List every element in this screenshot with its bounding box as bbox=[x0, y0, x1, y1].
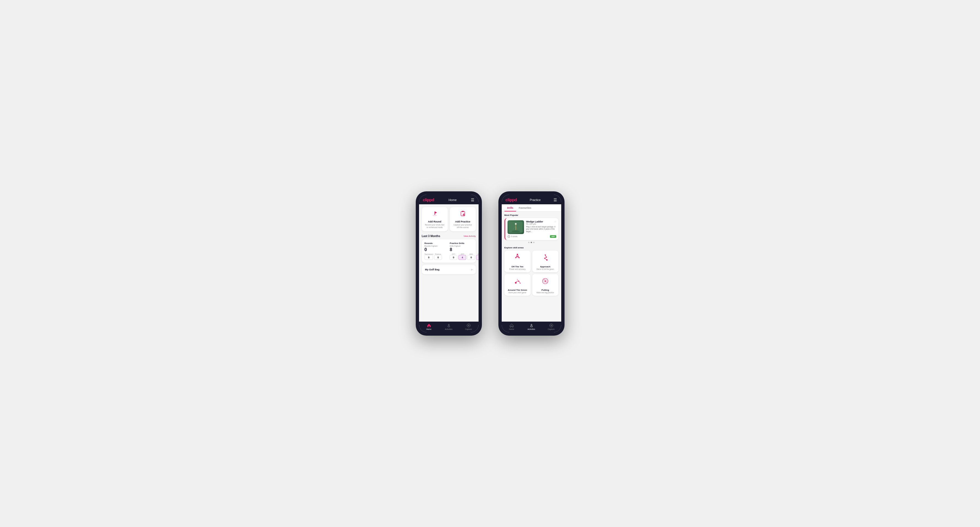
featured-desc: Play 1 shot at each target yardage. If y… bbox=[526, 226, 556, 233]
add-practice-desc: Capture your practice off-the-course bbox=[452, 224, 474, 229]
app-header-practice: clippd Practice ☰ bbox=[502, 195, 561, 204]
skill-areas-title: Explore skill areas bbox=[504, 246, 558, 249]
svg-point-25 bbox=[546, 259, 548, 261]
nav-home[interactable]: Home bbox=[422, 323, 436, 330]
skill-off-the-tee[interactable]: Off The Tee Power and accuracy bbox=[504, 251, 531, 272]
tournament-value: 0 bbox=[425, 255, 433, 260]
tab-drills[interactable]: Drills bbox=[504, 204, 516, 211]
stats-card: Rounds Rounds Capture 0 Tournament 0 Pra… bbox=[422, 239, 476, 263]
nav-capture-2[interactable]: Capture bbox=[544, 323, 558, 330]
golf-bag-label: My Golf Bag bbox=[425, 268, 440, 271]
around-green-desc: Hone your short game bbox=[509, 292, 526, 294]
add-practice-icon bbox=[459, 210, 467, 219]
phone-practice: clippd Practice ☰ Drills Favourites Most… bbox=[498, 191, 565, 336]
featured-range: 50–100 yds bbox=[526, 223, 556, 225]
nav-home-2[interactable]: Home bbox=[505, 323, 519, 330]
rounds-col: Rounds Rounds Capture 0 Tournament 0 Pra… bbox=[425, 242, 442, 260]
svg-rect-1 bbox=[434, 211, 435, 215]
phone-home: clippd Home ☰ Add Round Rec bbox=[416, 191, 482, 336]
menu-icon[interactable]: ☰ bbox=[471, 198, 474, 202]
add-practice-title: Add Practice bbox=[455, 220, 470, 223]
shots-label: 9 shots bbox=[508, 235, 518, 238]
skill-approach[interactable]: Approach Dial-in to hit the green bbox=[532, 251, 558, 272]
drills-value: 8 bbox=[450, 247, 478, 252]
svg-point-18 bbox=[517, 256, 518, 257]
app-title-2: Practice bbox=[530, 198, 541, 202]
app-header-home: clippd Home ☰ bbox=[419, 195, 479, 204]
svg-point-15 bbox=[517, 254, 518, 255]
skill-grid: Off The Tee Power and accuracy bbox=[504, 251, 558, 296]
golf-bag-row[interactable]: My Golf Bag › bbox=[422, 265, 476, 274]
app-logo-2: clippd bbox=[506, 197, 517, 202]
tournament-label: Tournament bbox=[425, 253, 433, 255]
svg-rect-8 bbox=[515, 224, 516, 230]
putting-desc: Make and lag practice bbox=[536, 292, 554, 294]
arg-value: 0 bbox=[467, 255, 475, 260]
app-logo: clippd bbox=[423, 197, 434, 202]
svg-point-23 bbox=[546, 257, 547, 258]
svg-point-34 bbox=[547, 282, 547, 283]
svg-point-4 bbox=[448, 324, 449, 325]
action-cards-row: Add Round Record your shots fast or enha… bbox=[419, 204, 479, 233]
nav-capture[interactable]: Capture bbox=[462, 323, 476, 330]
featured-footer: 9 shots APP bbox=[508, 235, 556, 238]
skill-putting[interactable]: Putting Make and lag practice bbox=[532, 274, 558, 296]
menu-icon-2[interactable]: ☰ bbox=[554, 198, 557, 202]
approach-desc: Dial-in to hit the green bbox=[536, 268, 554, 270]
nav-activities-label-2: Activities bbox=[528, 328, 535, 330]
drills-capture-label: Drills Capture bbox=[450, 245, 478, 247]
featured-info: Wedge Ladder ☆ 50–100 yds Play 1 shot at… bbox=[526, 220, 556, 234]
view-activity-link[interactable]: View Activity bbox=[463, 235, 476, 237]
wedge-ladder-card[interactable]: Wedge Ladder ☆ 50–100 yds Play 1 shot at… bbox=[504, 218, 558, 240]
capture-nav-icon-2 bbox=[549, 323, 554, 328]
dot-3 bbox=[533, 242, 535, 243]
capture-nav-icon bbox=[466, 323, 471, 328]
dot-2 bbox=[531, 242, 532, 243]
svg-point-7 bbox=[512, 230, 520, 232]
rounds-value: 0 bbox=[425, 247, 442, 252]
practice-content: Most Popular bbox=[502, 212, 561, 322]
most-popular-label: Most Popular bbox=[504, 214, 558, 216]
svg-point-22 bbox=[545, 254, 546, 256]
nav-activities[interactable]: Activities bbox=[442, 323, 456, 330]
practice-value: 0 bbox=[434, 255, 442, 260]
around-green-name: Around The Green bbox=[508, 289, 527, 291]
rounds-title: Rounds bbox=[425, 242, 442, 244]
svg-point-33 bbox=[544, 279, 545, 280]
putting-name: Putting bbox=[541, 289, 549, 291]
svg-point-17 bbox=[519, 257, 520, 258]
svg-point-35 bbox=[531, 324, 532, 325]
skill-around-green[interactable]: Around The Green Hone your short game bbox=[504, 274, 531, 296]
activities-nav-icon bbox=[447, 323, 451, 328]
featured-section: Most Popular bbox=[502, 212, 561, 245]
svg-point-9 bbox=[515, 223, 517, 225]
svg-point-32 bbox=[545, 281, 546, 282]
featured-card-inner: Wedge Ladder ☆ 50–100 yds Play 1 shot at… bbox=[508, 220, 556, 234]
featured-title: Wedge Ladder bbox=[526, 220, 543, 223]
home-nav-icon-2 bbox=[509, 323, 514, 328]
app-title: Home bbox=[449, 198, 457, 202]
nav-home-label-2: Home bbox=[509, 328, 514, 330]
skill-areas-section: Explore skill areas bbox=[502, 245, 561, 298]
app-value: 4 bbox=[458, 255, 466, 260]
rounds-sub-row: Tournament 0 Practice 0 bbox=[425, 253, 442, 260]
add-round-desc: Record your shots fast or enhanced mode bbox=[424, 224, 445, 229]
tab-favourites[interactable]: Favourites bbox=[516, 204, 534, 211]
app-item: APP 4 bbox=[458, 253, 466, 260]
tournament-item: Tournament 0 bbox=[425, 253, 433, 260]
add-round-card[interactable]: Add Round Record your shots fast or enha… bbox=[422, 207, 448, 231]
bottom-nav-practice: Home Activities Capture bbox=[502, 322, 561, 332]
nav-activities-label: Activities bbox=[445, 328, 453, 330]
app-badge: APP bbox=[550, 235, 556, 238]
off-tee-icon bbox=[512, 253, 522, 264]
nav-activities-2[interactable]: Activities bbox=[525, 323, 538, 330]
ott-value: 0 bbox=[450, 255, 457, 260]
drills-sub-row: OTT 0 APP 4 ARG 0 bbox=[450, 253, 478, 260]
star-icon: ☆ bbox=[554, 220, 556, 223]
add-practice-card[interactable]: Add Practice Capture your practice off-t… bbox=[450, 207, 476, 231]
practice-item: Practice 0 bbox=[434, 253, 442, 260]
home-nav-icon bbox=[427, 323, 431, 328]
drills-col: Practice Drills Drills Capture 8 OTT 0 A… bbox=[450, 242, 478, 260]
stats-row: Rounds Rounds Capture 0 Tournament 0 Pra… bbox=[425, 242, 473, 260]
drills-title: Practice Drills bbox=[450, 242, 478, 244]
